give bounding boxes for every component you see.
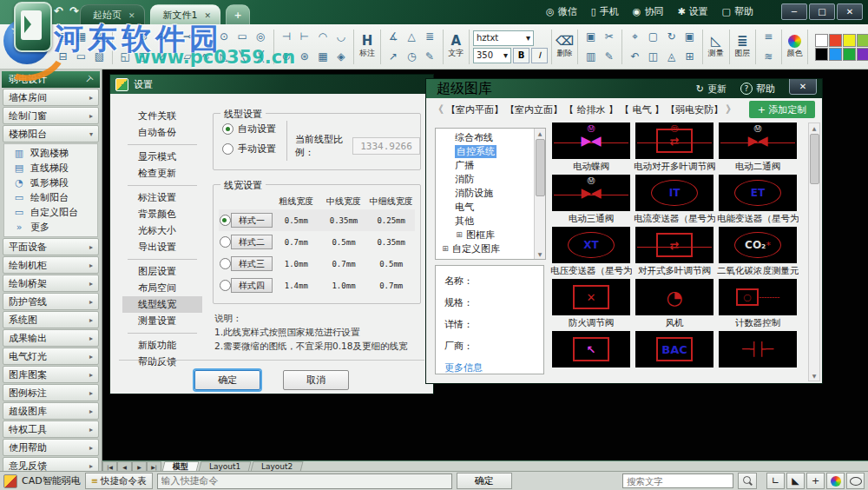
new-tab-button[interactable]: +: [226, 4, 250, 25]
close-button[interactable]: ✕: [837, 3, 863, 20]
file-tool-icon[interactable]: ▤: [54, 28, 72, 46]
transform-tool-icon[interactable]: ◫: [644, 48, 662, 66]
category-【弱电安防】[interactable]: 【弱电安防】: [665, 104, 724, 116]
view-zoom-tool-icon[interactable]: ⌖: [116, 28, 135, 46]
draw-tool-icon[interactable]: ⌒: [197, 28, 215, 46]
view-zoom-tool-icon[interactable]: ⊖: [153, 28, 171, 46]
draw-tool-icon[interactable]: ◎: [252, 28, 270, 46]
settings-menu-图层设置[interactable]: 图层设置: [122, 263, 202, 280]
cancel-button[interactable]: 取消: [283, 370, 349, 390]
modify-tool-icon[interactable]: ◈: [332, 48, 350, 66]
submenu-item-自定义阳台[interactable]: ▭自定义阳台: [4, 205, 97, 220]
submenu-item-绘制阳台[interactable]: ▭绘制阳台: [4, 190, 97, 205]
tree-item-自控系统[interactable]: 自控系统: [436, 144, 545, 158]
modify-tool-icon[interactable]: ▦: [313, 48, 332, 66]
menu-collab[interactable]: ◉协同: [633, 5, 664, 18]
search-icon[interactable]: [738, 473, 757, 489]
file-tool-icon[interactable]: ⊟: [54, 48, 72, 66]
settings-dialog-titlebar[interactable]: 设置: [110, 75, 433, 94]
manual-linetype-radio[interactable]: 手动设置: [222, 142, 276, 156]
category-next-button[interactable]: 》: [726, 103, 736, 117]
dim-tools-tool-icon[interactable]: ≣: [421, 28, 439, 46]
palette-color-swatch[interactable]: [857, 34, 868, 47]
maximize-button[interactable]: □: [809, 3, 835, 20]
scroll-down-icon[interactable]: ▼: [535, 249, 545, 259]
file-tool-icon[interactable]: ▦: [72, 28, 90, 46]
tree-item-电气[interactable]: 电气: [436, 200, 545, 214]
style-radio[interactable]: [220, 280, 231, 291]
settings-menu-测量设置[interactable]: 测量设置: [122, 313, 202, 329]
style-radio[interactable]: [220, 215, 231, 226]
transform-tool-icon[interactable]: ↶: [626, 48, 644, 66]
submenu-item-更多[interactable]: »更多: [4, 220, 97, 235]
menu-wechat[interactable]: ◎微信: [546, 5, 577, 18]
ortho-button[interactable]: ∟: [766, 473, 785, 489]
modify-tool-icon[interactable]: ⊛: [295, 48, 313, 66]
gallery-item-电压变送器（星号为[interactable]: XT电压变送器（星号为: [551, 227, 631, 279]
transform-tool-icon[interactable]: ↻: [662, 28, 681, 46]
dim-tools-tool-icon[interactable]: ∡: [385, 28, 403, 46]
help-button[interactable]: ? 帮助: [740, 83, 775, 96]
text-height-select[interactable]: 350▾: [473, 48, 511, 63]
gallery-scrollbar[interactable]: ▲ ▼: [808, 122, 820, 381]
gallery-item[interactable]: BAC: [635, 331, 714, 383]
italic-button[interactable]: I: [531, 48, 548, 63]
scroll-up-icon[interactable]: ▲: [809, 123, 819, 133]
gallery-item-电能变送器（星号为[interactable]: ET电能变送器（星号为: [718, 175, 798, 227]
sidebar-item-电气灯光[interactable]: 电气灯光▸: [3, 348, 99, 365]
tree-scrollbar[interactable]: ▲ ▼: [534, 129, 545, 259]
settings-menu-线型线宽[interactable]: 线型线宽: [122, 296, 202, 313]
settings-menu-自动备份[interactable]: 自动备份: [122, 124, 202, 141]
modify-tool-icon[interactable]: ◠: [313, 28, 332, 46]
view-zoom-tool-icon[interactable]: ◱: [116, 48, 135, 66]
draw-tool-icon[interactable]: ⊸: [179, 28, 197, 46]
sidebar-item-墙体房间[interactable]: 墙体房间▸: [3, 89, 99, 106]
draw-tool-icon[interactable]: ∿: [197, 48, 215, 66]
shortcut-table-button[interactable]: ≡ 快捷命令表: [85, 473, 153, 489]
redo-icon[interactable]: ↷: [69, 4, 79, 17]
sidebar-item-系统图[interactable]: 系统图▸: [3, 311, 99, 328]
palette-color-swatch[interactable]: [815, 48, 828, 61]
file-tool-icon[interactable]: ▭: [72, 48, 90, 66]
font-style-select[interactable]: hztxt▾: [473, 30, 534, 46]
gallery-item-电动蝶阀[interactable]: Ⓜ▶◀电动蝶阀: [551, 122, 631, 175]
settings-menu-检查更新[interactable]: 检查更新: [122, 165, 202, 182]
view-zoom-tool-icon[interactable]: ⊘: [153, 48, 171, 66]
undo-icon[interactable]: ↶: [54, 4, 63, 17]
file-tool-icon[interactable]: ▩: [90, 28, 108, 46]
file-tool-icon[interactable]: ▧: [90, 48, 108, 66]
sidebar-item-绘制门窗[interactable]: 绘制门窗▸: [3, 107, 99, 124]
tree-item-消防设施[interactable]: 消防设施: [436, 186, 545, 200]
toolbar-measure-button[interactable]: ◺测量: [707, 34, 726, 59]
gallery-item-电流变送器（星号为[interactable]: IT电流变送器（星号为: [635, 175, 714, 227]
expand-icon[interactable]: ⊞: [441, 244, 450, 253]
linetype-tool-icon[interactable]: ≡: [760, 28, 778, 46]
dim-tools-tool-icon[interactable]: ✎: [421, 48, 439, 66]
auto-linetype-radio[interactable]: 自动设置: [222, 122, 276, 136]
dim-tools-tool-icon[interactable]: ◷: [403, 48, 421, 66]
sidebar-item-成果输出[interactable]: 成果输出▸: [3, 329, 99, 347]
palette-color-swatch[interactable]: [843, 48, 856, 61]
expand-icon[interactable]: ⊞: [455, 230, 464, 239]
palette-color-swatch[interactable]: [815, 34, 828, 47]
style-radio[interactable]: [220, 258, 231, 269]
settings-menu-导出设置[interactable]: 导出设置: [122, 239, 202, 255]
transform-tool-icon[interactable]: ⌖: [626, 28, 644, 46]
pin-icon[interactable]: ⊤: [83, 74, 95, 86]
clipboard-tool-icon[interactable]: ✎: [600, 48, 618, 66]
category-【 电气 】[interactable]: 【 电气 】: [619, 104, 665, 116]
transform-tool-icon[interactable]: ⊞: [681, 48, 699, 66]
menu-phone[interactable]: ▯手机: [591, 5, 619, 18]
gallery-item-电动二通阀[interactable]: Ⓜ▶◀电动二通阀: [718, 122, 798, 175]
toolbar-erase-button[interactable]: ⌫删除: [556, 34, 575, 59]
toolbar-dimension-button[interactable]: H标注: [358, 34, 377, 59]
transform-tool-icon[interactable]: ◬: [662, 48, 681, 66]
menu-help[interactable]: ▢帮助: [722, 5, 753, 18]
dim-tools-tool-icon[interactable]: △: [403, 28, 421, 46]
tree-item-广播[interactable]: 广播: [436, 158, 545, 172]
settings-menu-光标大小[interactable]: 光标大小: [122, 222, 202, 239]
command-input[interactable]: [157, 473, 452, 489]
toolbar-color-button[interactable]: 颜色: [786, 35, 805, 59]
document-tab-2[interactable]: 新文件1✕: [150, 4, 221, 25]
linetype-scale-input[interactable]: [352, 137, 420, 155]
